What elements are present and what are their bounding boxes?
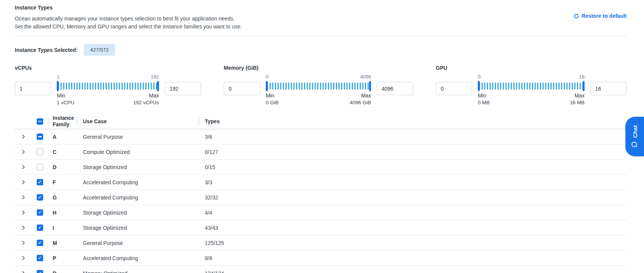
row-checkbox[interactable] (37, 240, 43, 246)
instance-family-cell: M (48, 240, 77, 246)
row-checkbox[interactable] (37, 194, 43, 201)
column-header-instance-family: Instance Family (48, 114, 77, 129)
use-case-cell: Storage Optimized (77, 210, 199, 216)
expand-chevron-icon[interactable] (15, 210, 31, 215)
row-checkbox[interactable] (37, 164, 43, 170)
restore-refresh-icon (574, 13, 579, 19)
instance-family-cell: A (48, 134, 77, 140)
vcpus-min-input[interactable] (15, 82, 51, 95)
vcpus-range-slider[interactable] (57, 81, 159, 91)
panel-header-text: Instance Types Ocean automatically manag… (15, 5, 242, 31)
restore-to-default-link[interactable]: Restore to default (574, 13, 627, 19)
row-checkbox[interactable] (37, 224, 43, 231)
row-checkbox[interactable] (37, 133, 43, 140)
column-header-use-case: Use Case (77, 117, 199, 126)
table-row: A General Purpose 3/6 (15, 129, 627, 144)
expand-chevron-icon[interactable] (15, 271, 31, 273)
table-body: A General Purpose 3/6 C Compute Optimize… (15, 129, 627, 273)
expand-chevron-icon[interactable] (15, 225, 31, 230)
gpu-max-caption: Max 16 MB (570, 93, 585, 105)
column-header-types: Types (199, 117, 627, 126)
types-count-cell: 0/127 (199, 149, 627, 155)
gpu-max-input[interactable] (590, 82, 627, 95)
selected-count-badge: 427/572 (84, 44, 115, 56)
memory-min-handle[interactable] (266, 81, 268, 91)
expand-chevron-icon[interactable] (15, 134, 31, 139)
vcpus-min-tick-label: 1 (57, 74, 59, 81)
expand-chevron-icon[interactable] (15, 165, 31, 169)
instance-family-cell: I (48, 225, 77, 231)
restore-to-default-label: Restore to default (582, 13, 627, 19)
gpu-tick-labels: 0 16 (478, 74, 585, 81)
table-row: H Storage Optimized 4/4 (15, 205, 627, 220)
instance-family-cell: F (48, 179, 77, 185)
expand-chevron-icon[interactable] (15, 256, 31, 260)
instance-family-cell: P (48, 255, 77, 261)
range-sliders-section: vCPUs 1 192 Min 1 vCPU (15, 65, 627, 105)
memory-max-input[interactable] (377, 82, 413, 95)
vcpus-max-input[interactable] (165, 82, 201, 95)
vcpus-min-handle[interactable] (57, 81, 59, 91)
row-checkbox[interactable] (37, 149, 43, 155)
expand-chevron-icon[interactable] (15, 240, 31, 245)
expand-chevron-icon[interactable] (15, 195, 31, 200)
selected-count-label: Instance Types Selected: (15, 47, 78, 53)
row-checkbox[interactable] (37, 255, 43, 261)
instance-family-cell: H (48, 210, 77, 216)
gpu-range-slider[interactable] (478, 81, 585, 91)
types-count-cell: 3/6 (199, 134, 627, 140)
vcpus-max-handle[interactable] (157, 81, 159, 91)
types-count-cell: 0/15 (199, 164, 627, 170)
vcpus-max-tick-label: 192 (151, 74, 159, 81)
use-case-cell: Accelerated Computing (77, 255, 199, 261)
memory-label: Memory (GiB) (224, 65, 413, 71)
row-checkbox[interactable] (37, 270, 43, 273)
expand-chevron-icon[interactable] (15, 149, 31, 154)
table-row: I Storage Optimized 43/43 (15, 220, 627, 235)
memory-min-caption: Min 0 GiB (266, 93, 279, 105)
table-header: Instance Family Use Case Types (15, 114, 627, 129)
table-row: D Storage Optimized 0/15 (15, 160, 627, 175)
use-case-cell: Memory Optimized (77, 270, 199, 273)
memory-max-handle[interactable] (369, 81, 371, 91)
types-count-cell: 4/4 (199, 210, 627, 216)
memory-tick-labels: 0 4096 (266, 74, 371, 81)
gpu-max-handle[interactable] (583, 81, 585, 91)
memory-min-tick-label: 0 (266, 74, 268, 81)
types-count-cell: 125/125 (199, 240, 627, 246)
instance-family-cell: C (48, 149, 77, 155)
gpu-min-tick-label: 0 (478, 74, 480, 81)
types-count-cell: 32/32 (199, 195, 627, 201)
use-case-cell: General Purpose (77, 134, 199, 140)
table-row: P Accelerated Computing 8/8 (15, 251, 627, 266)
vcpus-max-caption: Max 192 vCPUs (133, 93, 159, 105)
gpu-slider-group: GPU 0 16 Min 0 MB (436, 65, 627, 105)
memory-range-slider[interactable] (266, 81, 371, 91)
types-count-cell: 3/3 (199, 179, 627, 185)
vcpus-slider-group: vCPUs 1 192 Min 1 vCPU (15, 65, 201, 105)
memory-max-caption: Max 4096 GiB (350, 93, 371, 105)
panel-header: Instance Types Ocean automatically manag… (15, 5, 627, 31)
instance-families-table: Instance Family Use Case Types A General… (15, 114, 627, 273)
table-row: M General Purpose 125/125 (15, 235, 627, 251)
use-case-cell: Compute Optimized (77, 149, 199, 155)
use-case-cell: Storage Optimized (77, 164, 199, 170)
chat-button[interactable]: Chat (625, 117, 644, 156)
select-all-checkbox[interactable] (37, 118, 43, 125)
memory-max-tick-label: 4096 (360, 74, 371, 81)
row-checkbox[interactable] (37, 179, 43, 185)
use-case-cell: Accelerated Computing (77, 195, 199, 201)
table-row: R Memory Optimized 134/134 (15, 266, 627, 273)
gpu-min-handle[interactable] (478, 81, 480, 91)
memory-min-input[interactable] (224, 82, 260, 95)
table-row: C Compute Optimized 0/127 (15, 144, 627, 160)
row-checkbox[interactable] (37, 209, 43, 216)
description-line-1: Ocean automatically manages your instanc… (15, 15, 242, 23)
use-case-cell: Storage Optimized (77, 225, 199, 231)
types-count-cell: 134/134 (199, 270, 627, 273)
chat-bubble-icon (631, 141, 639, 148)
expand-chevron-icon[interactable] (15, 180, 31, 185)
vcpus-min-caption: Min 1 vCPU (57, 93, 75, 105)
gpu-min-input[interactable] (436, 82, 472, 95)
instance-types-panel: Instance Types Ocean automatically manag… (0, 0, 644, 273)
